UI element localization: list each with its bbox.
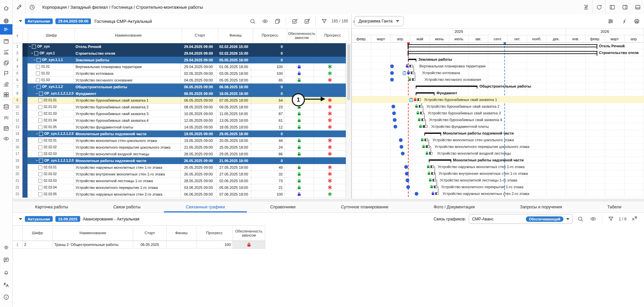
collapse-columns-icon[interactable] [15, 33, 20, 38]
task-bar[interactable] [430, 165, 434, 168]
table-row[interactable]: 2−OP_syn.1Строительство отеля29.04.2025 … [12, 50, 351, 57]
gantt-row[interactable]: Устройство монолитных стен цокольного эт… [352, 137, 644, 143]
row-checkbox[interactable] [36, 71, 40, 75]
table-row[interactable]: 1902.03.01Устройство наружных монолитных… [12, 164, 351, 171]
row-checkbox[interactable] [38, 165, 42, 169]
collapse-toggle[interactable]: − [31, 51, 33, 55]
tab-5[interactable]: Суточное планирование [331, 201, 398, 212]
gantt-row[interactable]: Монолитные работы подземной части [352, 130, 644, 137]
gantt-row[interactable]: Строительство отеля [352, 49, 644, 56]
linked-clear-filter-button[interactable] [629, 214, 639, 224]
row-checkbox[interactable] [39, 132, 43, 136]
gantt-row[interactable]: Устройство наружных монолитных стен 2-го… [352, 190, 644, 197]
history-button[interactable] [26, 0, 38, 14]
table-row[interactable]: 7−OP_syn.1.1.2Общестроительные работы06.… [12, 84, 351, 90]
sidebar-item-info-icon[interactable] [0, 292, 12, 302]
collapse-toggle[interactable]: − [36, 92, 38, 95]
column-header-6[interactable]: Прогресс [317, 28, 349, 43]
tab-8[interactable]: Табели [597, 201, 632, 212]
task-bar[interactable] [419, 105, 422, 108]
layout-left-button[interactable] [606, 0, 618, 14]
task-bar[interactable] [421, 118, 425, 121]
gantt-row[interactable]: Устройство внутренних монолитных стен 1-… [352, 170, 644, 177]
task-bar[interactable] [435, 192, 439, 195]
table-row[interactable]: 14−OP_syn.1.1.2.1.2.02Монолитные работы … [12, 131, 351, 137]
table-row[interactable]: 2202.03.04Устройство монолитного перекры… [12, 184, 351, 191]
gantt-row[interactable]: Устройство буронабивных свай захватка 1 [352, 96, 644, 103]
row-checkbox[interactable] [38, 145, 42, 149]
summary-bar[interactable] [408, 44, 597, 47]
sidebar-item-theme-icon[interactable] [0, 242, 12, 253]
sidebar-item-calendar-icon[interactable] [0, 123, 12, 134]
column-header-4[interactable]: Прогресс [253, 28, 287, 43]
gantt-row[interactable]: Земляные работы [352, 56, 644, 63]
collapse-toggle[interactable]: − [34, 58, 36, 62]
linked-column-header-3[interactable]: Старт [133, 226, 167, 241]
summary-bar[interactable] [408, 51, 597, 54]
refresh-button[interactable] [593, 0, 605, 14]
row-checkbox[interactable] [38, 125, 42, 129]
table-row[interactable]: 2102.03.03Устройство монолитной лестницы… [12, 177, 351, 184]
table-row[interactable]: 1702.02.03Устройство монолитной входной … [12, 151, 351, 157]
gantt-row[interactable]: Устройство наружных монолитных стен 1-го… [352, 163, 644, 170]
task-bar[interactable] [434, 186, 437, 188]
gantt-row[interactable]: Устройство монолитной лестницы 1-го этаж… [352, 177, 644, 184]
gantt-row[interactable]: Фундамент [352, 90, 644, 96]
sidebar-item-gantt-list-icon[interactable] [0, 24, 12, 35]
tab-1[interactable]: Карточка работы [25, 201, 78, 212]
row-checkbox[interactable] [38, 192, 42, 196]
layout-center-button[interactable] [618, 0, 631, 14]
table-row[interactable]: 1602.02.02Устройство монолитного перекры… [12, 144, 351, 151]
task-bar[interactable] [417, 98, 421, 101]
table-row[interactable]: 1302.01.05Устройство фундаментной плиты1… [12, 124, 351, 131]
sidebar-item-flag-icon[interactable] [0, 68, 12, 79]
summary-bar[interactable] [416, 92, 434, 94]
sidebar-item-database-icon[interactable] [0, 101, 12, 112]
summary-bar[interactable] [424, 133, 441, 134]
table-row[interactable]: 1−OP_synОтель Речной29.04.2025 09:0002.0… [12, 43, 351, 50]
row-checkbox[interactable] [34, 51, 38, 55]
row-checkbox[interactable] [38, 179, 42, 183]
row-checkbox[interactable] [38, 152, 42, 156]
gantt-row[interactable]: Устройство буронабивных свай захватка 4 [352, 116, 644, 123]
linked-filter-button[interactable] [606, 214, 616, 224]
collapse-toggle[interactable]: − [29, 45, 31, 48]
print-button[interactable] [632, 16, 642, 26]
row-checkbox[interactable] [38, 112, 42, 116]
visibility-button[interactable] [260, 16, 270, 26]
task-bar[interactable] [424, 139, 428, 141]
vertical-scrollbar[interactable] [346, 43, 351, 199]
gantt-row[interactable]: Отель Речной [352, 43, 644, 49]
sidebar-item-eye-icon[interactable] [0, 133, 12, 144]
sidebar-item-copy-icon[interactable] [0, 57, 12, 68]
gantt-row[interactable]: Устройство песчаного основания [352, 76, 644, 83]
layout-bottom-button[interactable] [631, 0, 644, 14]
table-row[interactable]: 2302.03.05Устройство наружных монолитных… [12, 191, 351, 198]
summary-bar[interactable] [429, 159, 451, 161]
collapse-toggle[interactable]: − [36, 159, 38, 162]
breadcrumb[interactable]: Корпорация / Западный филиал / Гостиница… [42, 5, 203, 10]
column-header-5[interactable]: Обеспеченность авансом [287, 28, 317, 43]
task-bar[interactable] [429, 152, 432, 155]
tab-6[interactable]: Фото / Документация [423, 201, 485, 212]
task-bar[interactable] [432, 179, 436, 182]
sidebar-item-bell-icon[interactable] [0, 267, 12, 277]
linked-visibility-button[interactable] [588, 214, 598, 224]
row-checkbox[interactable] [38, 139, 42, 143]
linked-column-header-2[interactable]: Наименование [53, 226, 133, 241]
task-bar[interactable] [409, 65, 413, 67]
column-header-2[interactable]: Старт [182, 28, 218, 43]
summary-bar[interactable] [408, 59, 416, 60]
table-row[interactable]: 1202.01.04Устройство буронабивных свай з… [12, 117, 351, 124]
gantt-row[interactable]: Устройство монолитной входной лестницы [352, 150, 644, 157]
deselect-all-button[interactable] [302, 16, 312, 26]
task-bar[interactable] [420, 112, 423, 114]
tab-4[interactable]: Справочники [260, 201, 306, 212]
gantt-row[interactable]: Устройство фундаментной плиты [352, 123, 644, 130]
collapse-toggle[interactable]: − [34, 85, 36, 89]
row-checkbox[interactable] [36, 78, 40, 82]
tab-3[interactable]: Связанные графики [176, 201, 235, 212]
table-row[interactable]: 601.03Устройство песчаного основания04.0… [12, 77, 351, 84]
windows-button[interactable] [272, 16, 282, 26]
linked-column-header-1[interactable]: Шифр [22, 226, 53, 241]
